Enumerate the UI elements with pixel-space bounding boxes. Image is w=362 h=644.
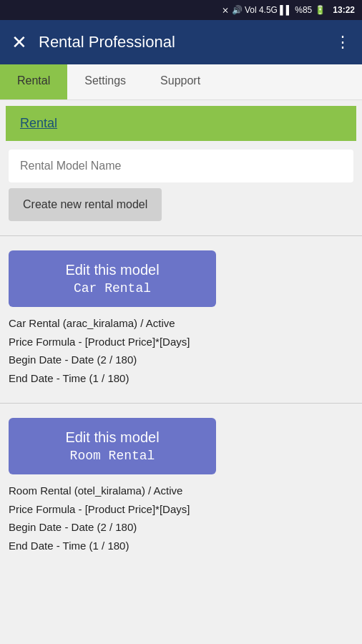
signal-icons: 🔊 Vol 4.5G ▌▌ [232, 5, 293, 15]
edit-car-rental-title: Edit this model [65, 262, 159, 278]
app-title: Rental Professional [39, 33, 335, 52]
battery-icon: 🔋 [315, 5, 326, 15]
tab-bar: Rental Settings Support [0, 64, 362, 100]
main-content: Rental Create new rental model Edit this… [0, 106, 362, 562]
car-rental-info-line2: Price Formula - [Product Price]*[Days] [9, 333, 353, 351]
edit-room-rental-button[interactable]: Edit this model Room Rental [9, 418, 216, 474]
close-button[interactable]: ✕ [11, 33, 27, 52]
tab-settings[interactable]: Settings [67, 64, 143, 99]
edit-car-rental-button[interactable]: Edit this model Car Rental [9, 250, 216, 307]
car-rental-info-line4: End Date - Time (1 / 180) [9, 369, 353, 388]
rental-link[interactable]: Rental [20, 116, 57, 130]
create-new-model-button[interactable]: Create new rental model [9, 188, 162, 221]
room-rental-info: Room Rental (otel_kiralama) / Active Pri… [9, 482, 353, 562]
input-section: Create new rental model [0, 150, 362, 227]
bluetooth-icon: ⨯ [222, 5, 229, 15]
car-rental-info-line3: Begin Date - Date (2 / 180) [9, 351, 353, 369]
tab-support[interactable]: Support [143, 64, 217, 99]
edit-room-rental-subtitle: Room Rental [70, 449, 155, 463]
divider-1 [0, 235, 362, 236]
clock: 13:22 [333, 5, 355, 15]
car-rental-card: Edit this model Car Rental Car Rental (a… [0, 245, 362, 394]
toolbar: ✕ Rental Professional ⋮ [0, 20, 362, 64]
room-rental-info-line2: Price Formula - [Product Price]*[Days] [9, 500, 353, 519]
divider-2 [0, 403, 362, 404]
model-name-input[interactable] [9, 150, 353, 182]
rental-section-header: Rental [6, 106, 356, 141]
edit-car-rental-subtitle: Car Rental [74, 281, 151, 296]
battery-text: %85 [295, 5, 312, 15]
room-rental-info-line1: Room Rental (otel_kiralama) / Active [9, 482, 353, 500]
status-bar: ⨯ 🔊 Vol 4.5G ▌▌ %85 🔋 13:22 [0, 0, 362, 20]
room-rental-info-line3: Begin Date - Date (2 / 180) [9, 518, 353, 537]
tab-rental[interactable]: Rental [0, 64, 67, 99]
room-rental-info-line4: End Date - Time (1 / 180) [9, 537, 353, 555]
overflow-menu-button[interactable]: ⋮ [335, 33, 351, 52]
room-rental-card: Edit this model Room Rental Room Rental … [0, 412, 362, 562]
car-rental-info-line1: Car Rental (arac_kiralama) / Active [9, 314, 353, 333]
car-rental-info: Car Rental (arac_kiralama) / Active Pric… [9, 314, 353, 394]
edit-room-rental-title: Edit this model [65, 429, 159, 446]
